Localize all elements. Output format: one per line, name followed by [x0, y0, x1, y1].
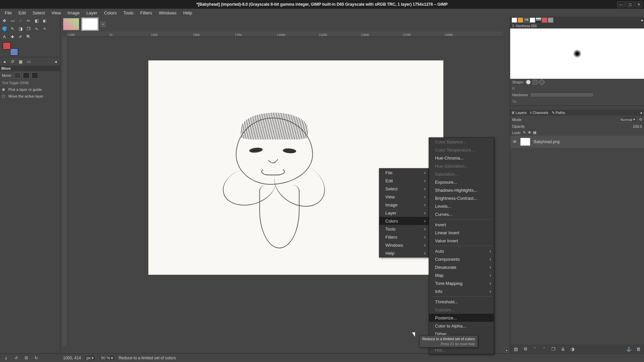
path-icon[interactable]: ✧ — [42, 26, 48, 32]
c-levels[interactable]: Levels... — [429, 202, 494, 210]
opacity-value[interactable]: 100.0 — [633, 124, 642, 128]
menu-tools[interactable]: Tools — [120, 9, 137, 16]
crop-icon[interactable]: ✂ — [25, 18, 32, 24]
device-tab-icon[interactable]: ▭ — [25, 59, 32, 65]
opt-tab-icon[interactable]: ◂ — [1, 59, 7, 65]
nav-corner-icon[interactable]: ▴ — [504, 348, 509, 352]
menu-help[interactable]: Help — [180, 9, 196, 16]
undo-tab-icon[interactable]: ↺ — [9, 59, 15, 65]
c-posterize[interactable]: Posterize... — [429, 314, 494, 322]
ctx-file[interactable]: File — [379, 169, 428, 177]
move-selection-icon[interactable] — [23, 72, 30, 78]
ctx-filters[interactable]: Filters — [379, 233, 428, 241]
ctx-colors[interactable]: Colors — [379, 217, 428, 225]
dtab-brushes-icon[interactable] — [512, 17, 517, 23]
c-color-balance[interactable]: Color Balance... — [429, 138, 494, 146]
c-colorize[interactable]: Colorize... — [429, 306, 494, 314]
warp-icon[interactable]: ◐ — [42, 18, 48, 24]
ctx-view[interactable]: View — [379, 193, 428, 201]
lock-pixels-icon[interactable]: ✎ — [523, 130, 526, 135]
sb-reset-icon[interactable]: ↻ — [33, 355, 40, 361]
sb-undo-icon[interactable]: ↺ — [13, 355, 19, 361]
image-tab-icon[interactable]: ▦ — [17, 59, 23, 65]
menu-colors[interactable]: Colors — [101, 9, 120, 16]
dtab-gradients-icon[interactable] — [530, 17, 535, 23]
ctx-windows[interactable]: Windows — [379, 241, 428, 249]
c-auto[interactable]: Auto — [429, 247, 494, 255]
delete-layer-icon[interactable]: 🗑 — [635, 346, 641, 352]
layer-dock-menu-icon[interactable]: ◂ — [640, 111, 644, 115]
sb-save-icon[interactable]: ⤓ — [3, 355, 9, 361]
c-info[interactable]: Info — [429, 287, 494, 295]
ctx-layer[interactable]: Layer — [379, 209, 428, 217]
picker-icon[interactable]: ✐ — [17, 34, 23, 40]
minimize-button[interactable]: — — [617, 1, 625, 7]
blend-mode-combo[interactable]: Normal ▾ — [619, 117, 637, 122]
menu-image[interactable]: Image — [64, 9, 83, 16]
image-tab-1[interactable] — [63, 18, 79, 30]
maximize-button[interactable]: ◻ — [626, 1, 634, 7]
heal-icon[interactable]: ✚ — [9, 34, 15, 40]
eye-icon[interactable]: 👁 — [513, 139, 517, 144]
lower-layer-icon[interactable]: ˅ — [541, 346, 547, 352]
tab-channels[interactable]: ⦀ Channels — [530, 111, 548, 115]
bucket-icon[interactable]: 🪣 — [1, 26, 7, 32]
ctx-edit[interactable]: Edit — [379, 177, 428, 185]
c-exposure[interactable]: Exposure... — [429, 178, 494, 186]
c-color-temperature[interactable]: Color Temperature... — [429, 146, 494, 154]
dock-menu-icon[interactable]: ◂ — [53, 59, 59, 65]
tab-layers[interactable]: ≣ Layers — [512, 111, 527, 115]
c-hue-chroma[interactable]: Hue-Chroma... — [429, 154, 494, 162]
ctx-image[interactable]: Image — [379, 201, 428, 209]
c-desaturate[interactable]: Desaturate — [429, 263, 494, 271]
eraser-icon[interactable]: ◨ — [17, 26, 23, 32]
brush-icon[interactable]: ✎ — [9, 26, 15, 32]
new-group-icon[interactable]: ⧉ — [522, 346, 528, 352]
shape-square-icon[interactable] — [533, 80, 537, 84]
c-linear-invert[interactable]: Linear Invert — [429, 229, 494, 237]
clone-icon[interactable]: ❒ — [25, 26, 32, 32]
c-invert[interactable]: Invert — [429, 221, 494, 229]
radio-move-active[interactable]: Move the active layer — [0, 93, 60, 100]
menu-edit[interactable]: Edit — [15, 9, 29, 16]
shape-circle-icon[interactable] — [526, 80, 531, 84]
ctx-select[interactable]: Select — [379, 185, 428, 193]
c-map[interactable]: Map — [429, 271, 494, 279]
dtab-history-icon[interactable] — [542, 17, 547, 23]
c-brightness-contrast[interactable]: Brightness-Contrast... — [429, 194, 494, 202]
transform-icon[interactable]: ◧ — [34, 18, 40, 24]
move-tool-icon[interactable]: ✥ — [1, 18, 7, 24]
c-threshold[interactable]: Threshold... — [429, 298, 494, 306]
free-select-icon[interactable]: ⟋ — [17, 18, 23, 24]
dock-menu-icon[interactable]: ◂ — [641, 18, 644, 22]
c-color-to-alpha[interactable]: Color to Alpha... — [429, 322, 494, 330]
dtab-dash-icon[interactable] — [548, 17, 553, 23]
background-swatch[interactable] — [10, 48, 18, 56]
text-icon[interactable]: A — [1, 34, 7, 40]
unit-combo[interactable]: px ▾ — [84, 355, 96, 361]
layer-thumbnail[interactable] — [520, 138, 530, 146]
c-shadows-highlights[interactable]: Shadows-Highlights... — [429, 186, 494, 194]
menu-view[interactable]: View — [48, 9, 64, 16]
move-path-icon[interactable] — [32, 72, 38, 78]
c-tone-mapping[interactable]: Tone Mapping — [429, 279, 494, 287]
smudge-icon[interactable]: ∿ — [34, 26, 40, 32]
layer-row[interactable]: 👁 Babyhead.png — [510, 136, 644, 148]
menu-windows[interactable]: Windows — [155, 9, 180, 16]
menu-select[interactable]: Select — [29, 9, 48, 16]
zoom-combo[interactable]: 50 % ▾ — [99, 355, 115, 361]
c-hue-saturation[interactable]: Hue-Saturation... — [429, 162, 494, 170]
ruler-vertical[interactable] — [62, 37, 68, 346]
c-components[interactable]: Components — [429, 255, 494, 263]
lock-alpha-icon[interactable]: ▦ — [533, 130, 536, 135]
duplicate-layer-icon[interactable]: ❐ — [550, 346, 556, 352]
shape-diamond-icon[interactable] — [538, 79, 545, 85]
layer-name[interactable]: Babyhead.png — [534, 139, 559, 144]
close-button[interactable]: ✕ — [635, 1, 643, 7]
ctx-help[interactable]: Help — [379, 249, 428, 257]
dtab-patterns-icon[interactable] — [518, 17, 523, 23]
c-saturation[interactable]: Saturation... — [429, 170, 494, 178]
new-layer-icon[interactable]: ▧ — [513, 346, 519, 352]
merge-down-icon[interactable]: ⇊ — [560, 346, 566, 352]
close-tab-icon[interactable]: ✕ — [101, 22, 105, 26]
